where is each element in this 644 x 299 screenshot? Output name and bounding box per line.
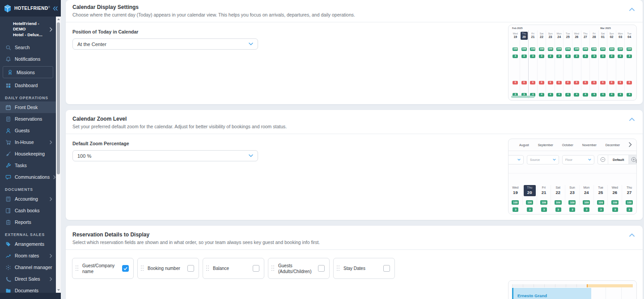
collapse-section-icon[interactable] [629, 5, 635, 13]
field-checkbox[interactable] [253, 265, 259, 272]
chevron-down-icon [249, 154, 253, 157]
day-name: Fri [529, 32, 537, 35]
position-of-today-select[interactable]: At the Center [72, 38, 258, 50]
drag-handle-icon[interactable] [141, 265, 144, 271]
overdue-badge: 0 [574, 81, 579, 85]
day-column: Mon24109 [580, 185, 594, 205]
sidebar-item-label: Arrangements [15, 241, 44, 247]
reservation-field-card[interactable]: Booking number [137, 258, 199, 279]
drag-handle-icon[interactable] [271, 265, 275, 271]
zoom-out-icon [598, 155, 608, 164]
hotel-selector[interactable]: HotelFriend - DEMOHotel - Delux... [0, 17, 56, 42]
sidebar-item-dashboard[interactable]: Dashboard [0, 80, 56, 91]
scroll-down-arrow[interactable] [57, 289, 60, 291]
chat-icon [5, 174, 11, 180]
day-name: Wed [573, 32, 580, 35]
reservation-field-card[interactable]: Guests (Adults/Children) [268, 258, 330, 279]
day-name: Thu [582, 32, 589, 35]
field-card-label: Stay Dates [343, 265, 383, 271]
badge-row: 4 [616, 89, 625, 97]
badge-row: 4 [555, 89, 564, 97]
sidebar-scrollbar[interactable] [56, 17, 61, 293]
reservation-field-card[interactable]: Balance [203, 258, 264, 279]
sidebar-item-accounting[interactable]: Accounting [0, 193, 56, 205]
sidebar-item-documents[interactable]: Documents [0, 285, 56, 293]
free-rooms-badge: 3 [521, 55, 527, 59]
timeline-ruler [512, 284, 633, 287]
month-tab: November [582, 143, 597, 147]
field-checkbox[interactable] [187, 265, 194, 272]
badge-row: 0 [625, 77, 634, 85]
scrollbar-thumb[interactable] [57, 22, 60, 174]
sidebar-item-room-rates[interactable]: Room rates [0, 250, 56, 261]
free-rooms-badge: 3 [627, 207, 632, 212]
overdue-badge: 0 [618, 81, 623, 85]
collapse-section-icon[interactable] [629, 231, 635, 239]
default-zoom-select[interactable]: 100 % [72, 150, 258, 161]
sidebar-item-notifications[interactable]: Notifications [0, 53, 56, 65]
logo-bar: HOTELFRIEND® [0, 0, 61, 17]
sidebar-item-housekeeping[interactable]: Housekeeping [0, 148, 56, 160]
sidebar-item-search[interactable]: Search [0, 42, 56, 53]
sidebar-item-front-desk[interactable]: Front Desk [0, 101, 56, 113]
field-checkbox[interactable] [122, 265, 129, 272]
badge-row: 3 [572, 51, 581, 59]
sidebar-item-channel-manager[interactable]: Channel manager [0, 261, 56, 273]
sidebar-item-direct-sales[interactable]: Direct Sales [0, 273, 56, 285]
day-column: Thu20106303 [520, 30, 529, 98]
nav-group-header: EXTERNAL SALES [5, 232, 51, 237]
drag-handle-icon[interactable] [76, 265, 79, 271]
month-tab: December [606, 143, 620, 147]
reservation-field-card[interactable]: Stay Dates [333, 258, 395, 279]
badge-cell: 3 [551, 204, 565, 212]
reservation-field-card[interactable]: Guest/Company name [72, 258, 134, 279]
day-number: 24 [580, 190, 593, 195]
cursor-pointer-icon [636, 158, 637, 166]
sidebar-collapse-button[interactable] [53, 6, 58, 11]
drag-handle-icon[interactable] [206, 265, 210, 271]
day-header-row: Wed19100Thu20106Fri21109Sat22109Sun23109… [508, 185, 636, 205]
chevron-right-icon [50, 140, 52, 144]
day-number: 20 [524, 190, 536, 195]
scroll-up-arrow[interactable] [57, 18, 60, 20]
sidebar-item-label: Tasks [15, 163, 27, 168]
drag-handle-icon[interactable] [337, 265, 340, 271]
badge-row: 3 [546, 51, 555, 59]
section-description: Set your preferred default zoom for the … [72, 124, 636, 129]
progress-bar [511, 96, 534, 98]
cart-icon [5, 139, 11, 145]
free-rooms-badge: 3 [609, 55, 614, 59]
badge-cell: 3 [608, 204, 622, 212]
zoom-in-icon [629, 155, 637, 164]
badge-row: 3 [511, 51, 520, 59]
sidebar-item-cash-books[interactable]: Cash books [0, 205, 56, 216]
badge-row: 0 [581, 77, 590, 85]
day-number: 24 [555, 35, 563, 39]
section-description: Select which reservation fields are show… [72, 240, 636, 245]
sidebar-item-guests[interactable]: Guests [0, 125, 56, 136]
day-column: Fri28109304 [590, 30, 599, 98]
day-column: Sun02110304 [607, 30, 616, 98]
day-name: Sat [552, 186, 564, 190]
hotel-name: HotelFriend - DEMOHotel - Delux... [13, 21, 47, 38]
day-cell: Thu27 [623, 185, 636, 196]
sidebar-item-in-house[interactable]: In-House [0, 136, 56, 148]
day-name: Tue [595, 186, 607, 190]
field-checkbox[interactable] [383, 265, 390, 272]
sidebar-item-tasks[interactable]: Tasks [0, 160, 56, 171]
overdue-badge: 0 [583, 81, 588, 85]
filter-select: Floor [562, 155, 594, 164]
logo-text: HOTELFRIEND® [14, 6, 50, 11]
badge-row: 0 [511, 77, 520, 85]
day-number: 22 [552, 190, 564, 195]
sidebar-item-reports[interactable]: Reports [0, 216, 56, 228]
day-column: Thu27109304 [581, 30, 590, 98]
sidebar-item-reservations[interactable]: Reservations [0, 113, 56, 125]
sidebar-item-missions[interactable]: Missions [3, 66, 53, 78]
sidebar-item-arrangements[interactable]: Arrangements [0, 238, 56, 250]
sidebar-item-communications[interactable]: Communications [0, 171, 56, 183]
overdue-badge: 0 [521, 81, 527, 85]
field-checkbox[interactable] [318, 265, 325, 272]
free-rooms-badge: 3 [574, 55, 579, 59]
collapse-section-icon[interactable] [629, 115, 635, 123]
